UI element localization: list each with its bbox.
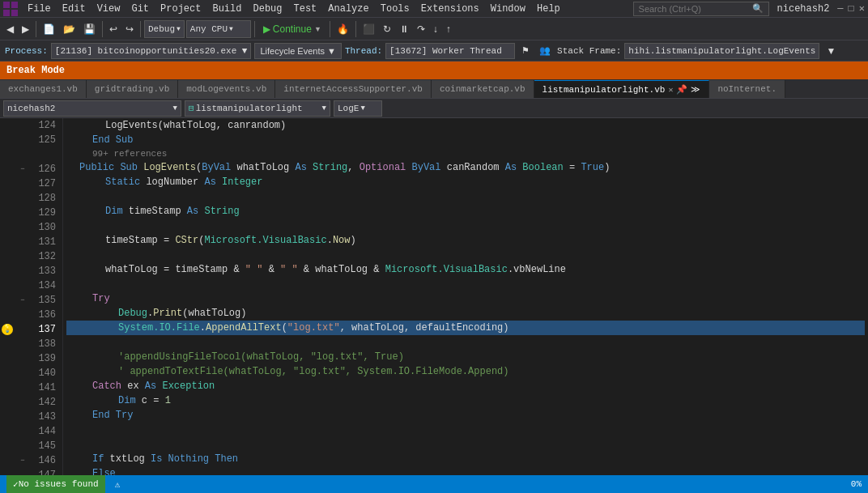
tab-gridtrading[interactable]: gridtrading.vb <box>87 80 178 98</box>
close-button[interactable]: ✕ <box>859 2 865 15</box>
check-icon: ✓ <box>13 479 19 490</box>
class-selector-dropdown[interactable]: ⊟ listmanipulatorlight ▼ <box>185 100 330 117</box>
debug-config-dropdown[interactable]: Debug ▼ <box>144 20 185 38</box>
collapse-indicator[interactable]: − <box>15 162 31 176</box>
collapse-button[interactable]: − <box>15 293 31 308</box>
code-text: End Sub <box>92 133 133 147</box>
continue-button[interactable]: ▶ Continue ▼ <box>258 22 326 36</box>
stack-frame-selector[interactable]: hihi.listmanipulatorlight.LogEvents <box>624 43 819 59</box>
collapse-indicator <box>15 133 31 147</box>
menu-view[interactable]: View <box>92 2 126 16</box>
menu-test[interactable]: Test <box>289 2 322 16</box>
step-over-btn[interactable]: ↷ <box>414 22 428 36</box>
platform-dropdown[interactable]: Any CPU ▼ <box>186 20 251 38</box>
code-line[interactable]: whatToLog = timeStamp & " " & " " & what… <box>66 262 865 277</box>
collapse-indicator[interactable]: − <box>15 453 31 468</box>
code-line[interactable]: Static logNumber As Integer <box>66 175 865 189</box>
code-line[interactable]: ' appendToTextFile(whatToLog, "log.txt",… <box>66 364 865 379</box>
save-btn[interactable]: 💾 <box>80 22 99 36</box>
pause-btn[interactable]: ⏸ <box>396 22 412 36</box>
menu-edit[interactable]: Edit <box>57 2 91 16</box>
reference-count: 99+ references <box>92 147 167 160</box>
hint-icon[interactable]: 💡 <box>2 324 13 335</box>
collapse-button[interactable]: − <box>15 162 31 176</box>
tab-nointernet[interactable]: noInternet. <box>709 80 785 98</box>
code-line[interactable] <box>66 423 865 437</box>
search-icon: 🔍 <box>752 3 764 14</box>
pin-icon[interactable]: 📌 <box>676 84 687 95</box>
menu-help[interactable]: Help <box>532 2 565 16</box>
menu-file[interactable]: File <box>23 2 56 16</box>
code-line[interactable]: Debug.Print(whatToLog) <box>66 306 865 321</box>
lifecycle-events-dropdown[interactable]: Lifecycle Events ▼ <box>254 43 341 59</box>
thread-flag-btn[interactable]: ⚑ <box>518 44 533 57</box>
code-line[interactable]: Public Sub LogEvents(ByVal whatToLog As … <box>66 160 865 175</box>
code-line[interactable]: System.IO.File.AppendAllText("log.txt", … <box>66 321 865 335</box>
collapse-indicator[interactable]: − <box>15 293 31 308</box>
toolbar-sep5 <box>330 21 330 37</box>
undo-btn[interactable]: ↩ <box>106 22 121 36</box>
line-number: 146 <box>37 453 56 468</box>
restart-btn[interactable]: ↻ <box>380 22 394 36</box>
zoom-level[interactable]: 0% <box>851 479 862 489</box>
stack-frame-expand-btn[interactable]: ▼ <box>823 44 839 58</box>
code-line[interactable] <box>66 248 865 262</box>
code-line[interactable] <box>66 437 865 452</box>
member-selector-dropdown[interactable]: LogE ▼ <box>334 100 382 117</box>
tab-exchanges1[interactable]: exchanges1.vb <box>0 80 87 98</box>
code-line[interactable]: 99+ references <box>66 147 865 160</box>
new-file-btn[interactable]: 📄 <box>40 22 58 36</box>
code-content[interactable]: LogEvents(whatToLog, canrandom)End Sub99… <box>63 118 868 493</box>
step-into-btn[interactable]: ↓ <box>430 22 441 36</box>
thread-selector[interactable]: [13672] Worker Thread <box>385 43 515 59</box>
process-selector[interactable]: [21136] bitcoinopportunities20.exe ▼ <box>51 43 252 59</box>
tab-listmanipulatorlight[interactable]: listmanipulatorlight.vb ✕ 📌 ≫ <box>534 80 710 98</box>
code-line[interactable]: Try <box>66 291 865 306</box>
code-line[interactable]: Dim timeStamp As String <box>66 204 865 219</box>
menu-extensions[interactable]: Extensions <box>416 2 484 16</box>
code-line[interactable]: 'appendUsingFileTocol(whatToLog, "log.tx… <box>66 350 865 364</box>
more-tabs-icon[interactable]: ≫ <box>691 84 700 95</box>
code-line[interactable] <box>66 335 865 350</box>
collapse-button[interactable]: − <box>15 453 31 468</box>
menu-debug[interactable]: Debug <box>248 2 287 16</box>
code-line[interactable]: Dim c = 1 <box>66 393 865 408</box>
code-line[interactable] <box>66 277 865 291</box>
menu-git[interactable]: Git <box>126 2 154 16</box>
file-selector-dropdown[interactable]: nicehash2 ▼ <box>3 100 181 117</box>
minimize-button[interactable]: ─ <box>837 3 843 15</box>
code-line[interactable]: LogEvents(whatToLog, canrandom) <box>66 118 865 133</box>
code-line[interactable]: If txtLog Is Nothing Then <box>66 452 865 466</box>
tab-coinmarketcap[interactable]: coinmarketcap.vb <box>432 80 534 98</box>
code-line[interactable]: End Sub <box>66 133 865 147</box>
hot-reload-btn[interactable]: 🔥 <box>334 22 352 36</box>
tab-modlogevents[interactable]: modLogevents.vb <box>178 80 275 98</box>
menu-window[interactable]: Window <box>486 2 530 16</box>
redo-btn[interactable]: ↪ <box>122 22 137 36</box>
back-btn[interactable]: ◀ <box>3 22 17 36</box>
code-line[interactable] <box>66 189 865 204</box>
menu-project[interactable]: Project <box>155 2 206 16</box>
search-box[interactable]: 🔍 <box>633 2 769 16</box>
menu-build[interactable]: Build <box>207 2 246 16</box>
open-btn[interactable]: 📂 <box>60 22 79 36</box>
search-input[interactable] <box>639 4 752 14</box>
bp-indicator <box>0 278 15 293</box>
code-text: System.IO.File.AppendAllText("log.txt", … <box>118 322 509 334</box>
thread-icon-btn[interactable]: 👥 <box>536 44 554 57</box>
code-line[interactable] <box>66 219 865 233</box>
code-line[interactable]: End Try <box>66 408 865 423</box>
code-line[interactable]: timeStamp = CStr(Microsoft.VisualBasic.N… <box>66 233 865 248</box>
restore-button[interactable]: □ <box>849 3 854 15</box>
code-line[interactable]: Catch ex As Exception <box>66 379 865 393</box>
step-out-btn[interactable]: ↑ <box>443 22 454 36</box>
forward-btn[interactable]: ▶ <box>19 22 32 36</box>
menu-analyze[interactable]: Analyze <box>323 2 373 16</box>
bp-indicator <box>0 220 15 235</box>
tab-close-icon[interactable]: ✕ <box>668 85 673 95</box>
stop-btn[interactable]: ⬛ <box>360 22 378 36</box>
line-number: 125 <box>37 133 56 147</box>
menu-tools[interactable]: Tools <box>376 2 415 16</box>
tab-internetaccesssupporter[interactable]: internetAccessSupporter.vb <box>275 80 432 98</box>
toolbar-sep3 <box>140 21 141 37</box>
